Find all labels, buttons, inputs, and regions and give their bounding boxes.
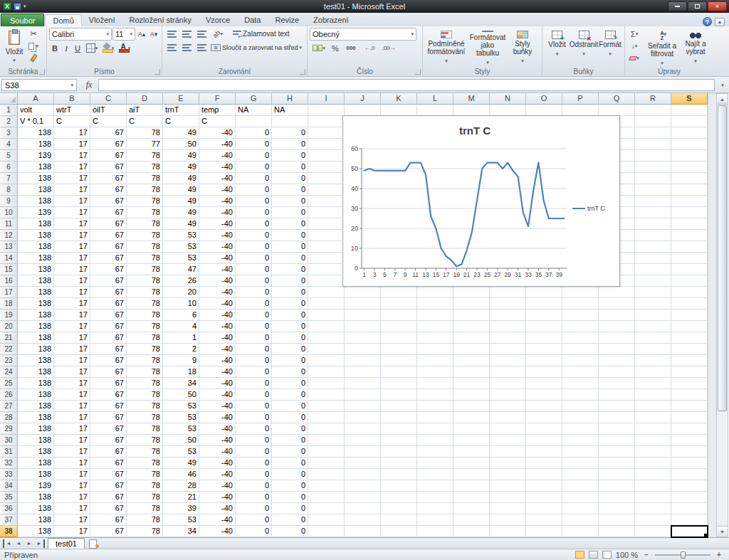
- cell-F33[interactable]: -40: [199, 469, 236, 480]
- cell-H22[interactable]: 0: [272, 344, 308, 355]
- tab-revize[interactable]: Revize: [268, 14, 306, 26]
- cell-L18[interactable]: [417, 298, 453, 310]
- cell-S10[interactable]: [671, 207, 708, 218]
- cell-F18[interactable]: -40: [199, 298, 236, 310]
- cell-L30[interactable]: [417, 435, 453, 446]
- cell-H17[interactable]: 0: [272, 287, 308, 298]
- cell-S11[interactable]: [671, 218, 708, 230]
- cell-L20[interactable]: [417, 321, 453, 332]
- cell-J19[interactable]: [345, 310, 381, 321]
- cell-S29[interactable]: [671, 423, 708, 435]
- row-header-1[interactable]: 1: [0, 105, 18, 116]
- cell-R2[interactable]: [635, 116, 671, 127]
- cell-H4[interactable]: 0: [272, 139, 308, 150]
- cell-E5[interactable]: 49: [163, 150, 199, 162]
- cell-B27[interactable]: 17: [54, 401, 90, 412]
- cell-R32[interactable]: [635, 458, 671, 469]
- cell-S13[interactable]: [671, 241, 708, 253]
- cell-M19[interactable]: [453, 310, 490, 321]
- cell-F13[interactable]: -40: [199, 241, 236, 253]
- cell-J28[interactable]: [345, 412, 381, 423]
- cell-R19[interactable]: [635, 310, 671, 321]
- cell-S28[interactable]: [671, 412, 708, 423]
- cell-D31[interactable]: 78: [127, 446, 163, 458]
- cell-C37[interactable]: 67: [90, 514, 127, 526]
- row-header-36[interactable]: 36: [0, 503, 18, 514]
- cell-A31[interactable]: 138: [18, 446, 54, 458]
- cell-C26[interactable]: 67: [90, 389, 127, 401]
- cell-R26[interactable]: [635, 389, 671, 401]
- cell-N35[interactable]: [490, 492, 526, 503]
- cell-D32[interactable]: 78: [127, 458, 163, 469]
- cell-H24[interactable]: 0: [272, 366, 308, 378]
- row-header-12[interactable]: 12: [0, 230, 18, 241]
- column-header-F[interactable]: F: [199, 93, 236, 105]
- cell-N29[interactable]: [490, 423, 526, 435]
- row-header-31[interactable]: 31: [0, 446, 18, 458]
- cell-Q35[interactable]: [599, 492, 635, 503]
- column-header-G[interactable]: G: [236, 93, 272, 105]
- cell-Q20[interactable]: [599, 321, 635, 332]
- cell-G14[interactable]: 0: [236, 253, 272, 264]
- cell-P17[interactable]: [562, 287, 599, 298]
- cell-K34[interactable]: [381, 480, 417, 492]
- cell-C6[interactable]: 67: [90, 162, 127, 173]
- cell-I12[interactable]: [308, 230, 345, 241]
- cell-A2[interactable]: V * 0,1: [18, 116, 54, 127]
- column-header-C[interactable]: C: [90, 93, 127, 105]
- orientation-button[interactable]: ab▾: [209, 28, 226, 40]
- cell-R24[interactable]: [635, 366, 671, 378]
- cell-F20[interactable]: -40: [199, 321, 236, 332]
- next-sheet-button[interactable]: ►: [24, 539, 34, 548]
- cell-B20[interactable]: 17: [54, 321, 90, 332]
- cell-O34[interactable]: [526, 480, 562, 492]
- qat-customize-arrow-icon[interactable]: ▾: [23, 4, 26, 9]
- cell-H11[interactable]: 0: [272, 218, 308, 230]
- cell-A29[interactable]: 138: [18, 423, 54, 435]
- cell-H18[interactable]: 0: [272, 298, 308, 310]
- cell-D21[interactable]: 78: [127, 332, 163, 344]
- cell-H35[interactable]: 0: [272, 492, 308, 503]
- row-header-21[interactable]: 21: [0, 332, 18, 344]
- cell-P33[interactable]: [562, 469, 599, 480]
- cell-C7[interactable]: 67: [90, 173, 127, 184]
- minimize-ribbon-icon[interactable]: ▲: [715, 18, 725, 26]
- cell-P20[interactable]: [562, 321, 599, 332]
- cell-A28[interactable]: 138: [18, 412, 54, 423]
- font-name-combo[interactable]: Calibri▾: [49, 28, 112, 41]
- cell-A26[interactable]: 138: [18, 389, 54, 401]
- name-box[interactable]: S38 ▾: [1, 79, 77, 91]
- cell-I36[interactable]: [308, 503, 345, 514]
- cell-G15[interactable]: 0: [236, 264, 272, 275]
- row-header-16[interactable]: 16: [0, 275, 18, 287]
- cell-G23[interactable]: 0: [236, 355, 272, 366]
- cell-E22[interactable]: 2: [163, 344, 199, 355]
- cell-D29[interactable]: 78: [127, 423, 163, 435]
- cell-I9[interactable]: [308, 196, 345, 207]
- cell-L19[interactable]: [417, 310, 453, 321]
- cell-S22[interactable]: [671, 344, 708, 355]
- cell-D28[interactable]: 78: [127, 412, 163, 423]
- tab-vlozeni[interactable]: Vložení: [82, 14, 122, 26]
- cell-J1[interactable]: [345, 105, 381, 116]
- cell-B24[interactable]: 17: [54, 366, 90, 378]
- cell-M38[interactable]: [453, 526, 490, 537]
- cell-A9[interactable]: 138: [18, 196, 54, 207]
- cell-G13[interactable]: 0: [236, 241, 272, 253]
- cell-B31[interactable]: 17: [54, 446, 90, 458]
- row-header-14[interactable]: 14: [0, 253, 18, 264]
- cell-L1[interactable]: [417, 105, 453, 116]
- cell-R17[interactable]: [635, 287, 671, 298]
- cell-D6[interactable]: 78: [127, 162, 163, 173]
- shrink-font-button[interactable]: A▾: [148, 28, 159, 41]
- cell-B35[interactable]: 17: [54, 492, 90, 503]
- tab-zobrazeni[interactable]: Zobrazení: [306, 14, 356, 26]
- zoom-in-button[interactable]: +: [715, 551, 723, 559]
- cell-O28[interactable]: [526, 412, 562, 423]
- cell-H6[interactable]: 0: [272, 162, 308, 173]
- first-sheet-button[interactable]: ◄: [3, 539, 13, 548]
- column-header-R[interactable]: R: [635, 93, 671, 105]
- cell-G4[interactable]: 0: [236, 139, 272, 150]
- format-cells-button[interactable]: Formát ▾: [598, 28, 622, 66]
- cell-O32[interactable]: [526, 458, 562, 469]
